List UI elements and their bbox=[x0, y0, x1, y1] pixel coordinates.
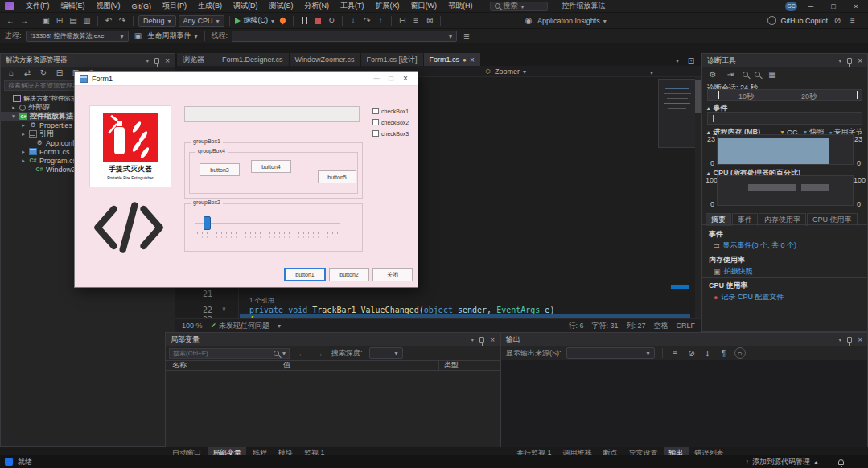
code-health-indicator[interactable]: ✔未发现任何问题 bbox=[211, 321, 270, 331]
dialog-minimize-button[interactable]: ─ bbox=[369, 74, 384, 83]
trackbar-thumb[interactable] bbox=[204, 216, 211, 230]
comment-icon[interactable]: ≡ bbox=[410, 15, 422, 27]
menu-build[interactable]: 生成(B) bbox=[192, 1, 228, 11]
next-icon[interactable]: → bbox=[314, 347, 325, 359]
vertical-scrollbar[interactable] bbox=[695, 77, 701, 318]
navbar-member-dropdown[interactable] bbox=[650, 68, 653, 76]
button2[interactable]: button2 bbox=[329, 268, 369, 281]
refresh-icon[interactable]: ↻ bbox=[38, 68, 49, 79]
dialog-maximize-button[interactable]: □ bbox=[384, 74, 398, 83]
pin-icon[interactable] bbox=[847, 58, 852, 64]
menu-window[interactable]: 窗口(W) bbox=[405, 1, 443, 11]
horizontal-scrollbar-thumb[interactable] bbox=[671, 285, 689, 289]
notifications-bell-icon[interactable] bbox=[838, 459, 844, 465]
export-icon[interactable]: ⇥ bbox=[725, 68, 736, 80]
menu-extensions[interactable]: 扩展(X) bbox=[370, 1, 405, 11]
menu-debug[interactable]: 调试(D) bbox=[228, 1, 264, 11]
collapse-all-icon[interactable]: ⊟ bbox=[54, 68, 65, 79]
form-textbox[interactable] bbox=[184, 106, 360, 122]
menu-project[interactable]: 项目(P) bbox=[157, 1, 192, 11]
quick-search-box[interactable]: 搜索 bbox=[490, 2, 548, 11]
codelens-references[interactable]: 1 个引用 bbox=[249, 296, 274, 305]
home-icon[interactable]: ⌂ bbox=[6, 68, 17, 79]
checkbox3[interactable]: checkBox3 bbox=[372, 130, 409, 137]
close-icon[interactable] bbox=[858, 335, 862, 344]
copilot-chat-icon[interactable]: ≡ bbox=[847, 15, 858, 27]
feedback-icon[interactable] bbox=[5, 458, 13, 466]
float-window-icon[interactable]: ⊡ bbox=[685, 55, 697, 66]
tab-form1-cs[interactable]: Form1.cs ● bbox=[424, 53, 480, 66]
stop-debug-icon[interactable] bbox=[312, 15, 323, 27]
tab-windowzoomer[interactable]: WindowZoomer.cs bbox=[290, 53, 360, 66]
app-insights-button[interactable]: ◉ Application Insights bbox=[523, 15, 607, 27]
menu-help[interactable]: 帮助(H) bbox=[442, 1, 479, 11]
timeline-ruler[interactable]: 10秒 20秒 bbox=[707, 89, 862, 101]
save-all-icon[interactable]: ▥ bbox=[81, 15, 93, 27]
checkbox2[interactable]: checkBox2 bbox=[372, 119, 409, 125]
menu-file[interactable]: 文件(F) bbox=[20, 1, 56, 11]
word-wrap-icon[interactable]: ↧ bbox=[702, 347, 714, 359]
cursor-line[interactable]: 行: 6 bbox=[568, 321, 583, 331]
clear-all-icon[interactable]: ⊘ bbox=[686, 347, 697, 359]
process-dropdown[interactable]: [13308] 控件缩放算法.exe bbox=[26, 31, 129, 42]
open-file-icon[interactable]: ⊞ bbox=[54, 15, 65, 27]
step-out-icon[interactable]: ↑ bbox=[375, 15, 386, 27]
pin-icon[interactable] bbox=[154, 58, 159, 64]
restart-icon[interactable]: ↻ bbox=[326, 15, 337, 27]
dialog-close-button[interactable]: × bbox=[398, 74, 413, 83]
collapse-region-icon[interactable]: ∨ bbox=[222, 306, 226, 313]
cursor-char[interactable]: 字符: 31 bbox=[591, 321, 618, 331]
continue-button[interactable]: 继续(C) bbox=[235, 15, 275, 26]
redo-icon[interactable]: ↷ bbox=[117, 15, 128, 27]
zoom-in-icon[interactable] bbox=[743, 72, 748, 77]
button4[interactable]: button4 bbox=[251, 160, 291, 173]
menu-test[interactable]: 测试(S) bbox=[264, 1, 299, 11]
menu-tools[interactable]: 工具(T) bbox=[335, 1, 370, 11]
tab-list-icon[interactable] bbox=[676, 56, 679, 64]
bookmark-icon[interactable]: ⊠ bbox=[424, 15, 435, 27]
menu-view[interactable]: 视图(V) bbox=[91, 1, 126, 11]
chart-icon[interactable]: ▦ bbox=[767, 68, 778, 80]
close-form-button[interactable]: 关闭 bbox=[372, 268, 413, 281]
menu-git[interactable]: Git(G) bbox=[126, 2, 158, 10]
close-icon[interactable] bbox=[858, 56, 862, 65]
tab-form1-design[interactable]: Form1.cs [设计] bbox=[361, 53, 423, 66]
step-into-icon[interactable]: ↓ bbox=[348, 15, 359, 27]
lifecycle-icon[interactable]: ▣ bbox=[133, 31, 144, 42]
cursor-col[interactable]: 列: 27 bbox=[626, 321, 645, 331]
take-snapshot-link[interactable]: ▣拍摄快照 bbox=[714, 266, 753, 277]
menu-edit[interactable]: 编辑(E) bbox=[56, 1, 91, 11]
save-icon[interactable]: ▤ bbox=[68, 15, 79, 27]
show-events-link[interactable]: ⇉显示事件(0 个, 共 0 个) bbox=[714, 240, 796, 251]
chevron-down-icon[interactable] bbox=[146, 56, 149, 64]
output-log-body[interactable] bbox=[501, 360, 867, 447]
scrollbar-thumb[interactable] bbox=[695, 80, 701, 113]
menu-analyze[interactable]: 分析(N) bbox=[299, 1, 335, 11]
copilot-cluster[interactable]: GitHub Copilot ⊘ ≡ bbox=[767, 15, 863, 27]
find-in-files-icon[interactable]: ⊟ bbox=[397, 15, 408, 27]
forward-icon[interactable]: → bbox=[19, 15, 30, 27]
search-depth-dropdown[interactable] bbox=[369, 347, 403, 359]
hot-reload-icon[interactable] bbox=[277, 15, 288, 27]
minimize-button[interactable]: ─ bbox=[802, 1, 820, 12]
button1[interactable]: button1 bbox=[284, 268, 326, 281]
pin-icon[interactable] bbox=[479, 337, 484, 343]
chevron-down-icon[interactable] bbox=[838, 335, 841, 343]
platform-dropdown[interactable]: Any CPU bbox=[179, 15, 224, 27]
thread-dropdown[interactable] bbox=[232, 31, 457, 42]
button5[interactable]: button5 bbox=[318, 170, 356, 183]
tab-browser[interactable]: 浏览器 bbox=[177, 53, 216, 66]
find-message-icon[interactable]: ≡ bbox=[670, 347, 681, 359]
navbar-class-dropdown[interactable]: ⬡ Zoomer bbox=[484, 68, 526, 76]
lifecycle-events-button[interactable]: 生命周期事件 bbox=[148, 31, 198, 41]
stop-monitoring-icon[interactable]: ○ bbox=[734, 347, 746, 359]
copilot-lock-icon[interactable]: ⊘ bbox=[832, 15, 843, 27]
toggle-autoscroll-icon[interactable]: ¶ bbox=[718, 347, 730, 359]
step-over-icon[interactable]: ↷ bbox=[361, 15, 372, 27]
button3[interactable]: button3 bbox=[200, 163, 240, 176]
column-name[interactable]: 名称 bbox=[166, 360, 278, 371]
trackbar-channel[interactable] bbox=[195, 223, 340, 224]
gc-monitor-badge[interactable]: GC bbox=[785, 2, 797, 11]
output-source-dropdown[interactable] bbox=[566, 347, 655, 359]
chevron-down-icon[interactable] bbox=[471, 335, 474, 343]
